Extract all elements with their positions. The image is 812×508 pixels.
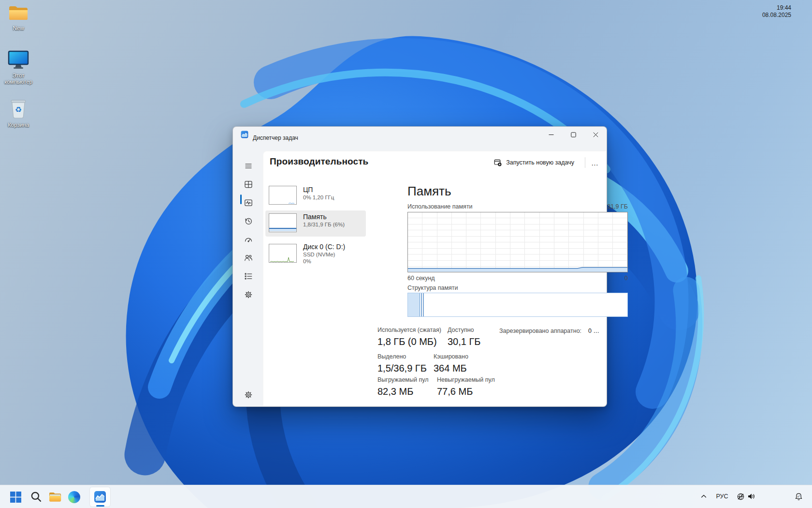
memory-usage-max: 31,9 ГБ [607, 203, 628, 210]
language-indicator[interactable]: РУС [714, 492, 730, 501]
disk-mini-graph [269, 244, 297, 263]
settings-gear-icon [244, 390, 253, 399]
network-button[interactable] [735, 492, 746, 501]
sidebar-item-users[interactable] [238, 250, 259, 266]
perf-item-sub: 0% 1,20 ГГц [303, 194, 334, 201]
sidebar-item-services[interactable] [238, 286, 259, 303]
start-button[interactable] [6, 487, 25, 507]
maximize-button[interactable] [562, 127, 584, 143]
volume-button[interactable] [746, 492, 756, 501]
globe-no-internet-icon [737, 493, 745, 501]
page-title: Производительность [270, 156, 368, 167]
desktop-icon-label: Этот компьютер [0, 73, 37, 85]
settings-button[interactable] [238, 387, 259, 403]
close-icon [593, 132, 598, 137]
task-manager-window: Диспетчер задач [232, 126, 607, 407]
composition-used-segment [408, 293, 420, 316]
window-titlebar[interactable]: Диспетчер задач [233, 127, 607, 151]
stat-committed: Выделено 1,5/36,9 ГБ [377, 353, 427, 374]
sidebar-item-app-history[interactable] [238, 213, 259, 229]
composition-divider [421, 293, 422, 316]
sidebar-item-details[interactable] [238, 268, 259, 284]
sidebar-item-startup-apps[interactable] [238, 231, 259, 248]
perf-item-title: Диск 0 (C: D:) [303, 242, 345, 251]
sidebar-item-processes[interactable] [238, 176, 259, 193]
edge-icon [68, 491, 80, 503]
perf-item-sub: SSD (NVMe) [303, 251, 345, 258]
clock-time: 19:44 [762, 4, 791, 12]
stat-in-use: Используется (сжатая) 1,8 ГБ (0 МБ) [377, 327, 441, 348]
performance-icon [244, 198, 253, 207]
menu-icon [244, 162, 253, 170]
maximize-icon [571, 132, 576, 137]
file-explorer-icon [48, 491, 62, 503]
cpu-mini-graph [269, 186, 297, 205]
users-icon [244, 254, 253, 262]
desktop-icon-recycle-bin[interactable]: ♻ Корзина [0, 99, 37, 128]
memory-composition-label: Структура памяти [407, 284, 458, 291]
memory-usage-label: Использование памяти [407, 203, 473, 210]
minimize-icon [549, 132, 554, 137]
perf-item-sub: 1,8/31,9 ГБ (6%) [303, 221, 345, 228]
active-app-indicator [96, 505, 104, 507]
memory-mini-graph [269, 213, 297, 232]
close-button[interactable] [584, 127, 607, 143]
menu-toggle-button[interactable] [238, 158, 259, 174]
desktop-icon-label: New [0, 25, 37, 31]
run-new-task-button[interactable]: Запустить новую задачу [490, 155, 579, 170]
perf-list-item-disk0[interactable]: Диск 0 (C: D:) SSD (NVMe) 0% [265, 238, 366, 270]
header-divider [585, 157, 585, 168]
desktop-icon-this-pc[interactable]: Этот компьютер [0, 50, 37, 85]
desktop: New Этот компьютер ♻ Корзина [0, 0, 812, 508]
more-options-label: … [591, 159, 599, 167]
stat-available: Доступно 30,1 ГБ [448, 327, 480, 348]
folder-icon [8, 4, 29, 22]
taskbar [0, 485, 812, 508]
perf-list-item-cpu[interactable]: ЦП 0% 1,20 ГГц [265, 183, 366, 209]
sidebar-item-performance[interactable] [238, 194, 259, 211]
file-explorer-button[interactable] [45, 487, 65, 507]
stat-cached: Кэшировано 364 МБ [434, 353, 468, 374]
task-manager-taskbar-button[interactable] [90, 487, 110, 507]
svg-text:♻: ♻ [15, 105, 22, 114]
perf-item-title: ЦП [303, 185, 334, 194]
memory-composition-bar [407, 293, 628, 317]
clock-date: 08.08.2025 [762, 12, 791, 19]
clock[interactable]: 19:44 08.08.2025 [762, 4, 791, 19]
desktop-icon-new-folder[interactable]: New [0, 4, 37, 31]
minimize-button[interactable] [540, 127, 562, 143]
search-icon [30, 491, 42, 503]
notifications-button[interactable]: z z [793, 492, 804, 501]
more-options-button[interactable]: … [587, 155, 603, 170]
bell-dnd-icon: z z [795, 493, 803, 501]
edge-button[interactable] [64, 487, 84, 507]
speaker-icon [747, 493, 755, 500]
task-manager-icon [94, 491, 106, 503]
start-icon [10, 491, 22, 503]
chevron-up-icon [700, 493, 707, 500]
services-icon [244, 290, 253, 299]
processes-icon [244, 180, 253, 189]
computer-icon [7, 50, 29, 70]
details-icon [244, 272, 253, 281]
search-button[interactable] [27, 487, 46, 507]
startup-apps-icon [244, 235, 253, 244]
desktop-icon-label: Корзина [0, 122, 37, 128]
graph-time-zero: 0 [624, 275, 628, 282]
composition-divider [423, 293, 424, 316]
window-title: Диспетчер задач [253, 134, 298, 141]
stat-paged-pool: Выгружаемый пул 82,3 МБ [377, 376, 428, 398]
run-new-task-label: Запустить новую задачу [506, 159, 574, 166]
tray-chevron-button[interactable] [698, 492, 710, 501]
task-manager-app-icon [241, 131, 248, 138]
graph-time-window: 60 секунд [407, 275, 435, 282]
recycle-bin-icon: ♻ [9, 99, 28, 119]
stat-hardware-reserved: Зарезервировано аппаратно: 0 … [499, 328, 599, 335]
svg-text:z: z [799, 494, 800, 496]
stat-nonpaged-pool: Невыгружаемый пул 77,6 МБ [437, 376, 495, 398]
perf-item-sub2: 0% [303, 258, 345, 265]
perf-item-title: Память [303, 212, 345, 221]
perf-list-item-memory[interactable]: Память 1,8/31,9 ГБ (6%) [265, 210, 366, 237]
memory-panel-title: Память [407, 184, 451, 199]
new-task-icon [494, 159, 502, 166]
